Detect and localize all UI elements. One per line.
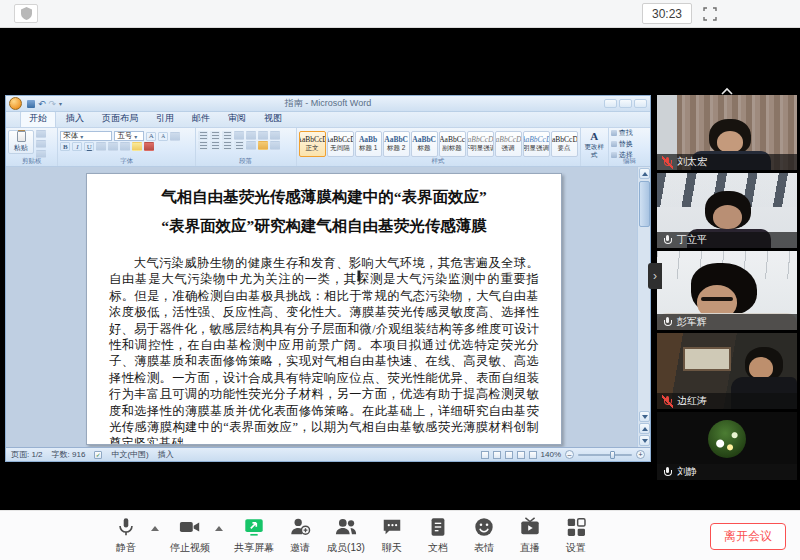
language-indicator[interactable]: 中文(中国) xyxy=(111,449,148,460)
chat-bubble-icon xyxy=(381,516,403,538)
mute-button[interactable]: 静音 xyxy=(103,513,149,559)
editing-group: 查找 替换 选择 编辑 xyxy=(609,128,650,166)
members-button[interactable]: 成员(13) xyxy=(323,513,369,559)
increase-indent-button[interactable] xyxy=(246,131,256,140)
settings-button[interactable]: 设置 xyxy=(553,513,599,559)
zoom-slider[interactable] xyxy=(578,454,632,456)
word-count[interactable]: 字数: 916 xyxy=(52,449,86,460)
scroll-up-button[interactable] xyxy=(639,168,650,179)
style-subtitle[interactable]: AaBbCc副标题 xyxy=(439,131,466,157)
bold-button[interactable]: B xyxy=(60,142,70,151)
web-layout-view-button[interactable] xyxy=(505,451,513,459)
clear-formatting-button[interactable] xyxy=(170,132,180,141)
next-page-button[interactable] xyxy=(639,435,650,446)
style-normal[interactable]: AaBbCcD正文 xyxy=(299,131,326,157)
zoom-level[interactable]: 140% xyxy=(541,450,561,459)
participant-video[interactable]: 边红涛 xyxy=(657,333,797,409)
style-strong[interactable]: AaBbCcDd要点 xyxy=(551,131,578,157)
paste-button[interactable]: 粘贴 xyxy=(8,130,34,154)
scrollbar-thumb[interactable] xyxy=(639,181,650,227)
audio-options-caret[interactable] xyxy=(151,526,159,531)
justify-button[interactable] xyxy=(234,141,244,150)
align-left-button[interactable] xyxy=(198,141,208,150)
tab-insert[interactable]: 插入 xyxy=(58,111,92,127)
strikethrough-button[interactable] xyxy=(96,142,106,151)
meeting-info-button[interactable] xyxy=(14,4,38,23)
page-indicator[interactable]: 页面: 1/2 xyxy=(11,449,43,460)
participant-video[interactable]: 刘太宏 xyxy=(657,95,797,170)
participant-video[interactable]: 刘静 xyxy=(657,412,797,480)
multilevel-list-button[interactable] xyxy=(222,131,232,140)
style-emphasis[interactable]: AaBbCcDd强调 xyxy=(495,131,522,157)
zoom-in-button[interactable]: + xyxy=(636,450,645,459)
font-size-combo[interactable]: 五号 xyxy=(114,131,144,141)
replace-button[interactable]: 替换 xyxy=(611,139,647,149)
line-spacing-button[interactable] xyxy=(246,141,256,150)
scroll-down-button[interactable] xyxy=(639,411,650,422)
maximize-button[interactable] xyxy=(619,99,632,108)
fullscreen-reading-view-button[interactable] xyxy=(493,451,501,459)
decrease-indent-button[interactable] xyxy=(234,131,244,140)
outline-view-button[interactable] xyxy=(517,451,525,459)
style-intense-emphasis[interactable]: AaBbCcD明显强调 xyxy=(523,131,550,157)
find-button[interactable]: 查找 xyxy=(611,128,647,138)
zoom-slider-thumb[interactable] xyxy=(610,451,615,459)
tab-references[interactable]: 引用 xyxy=(148,111,182,127)
copy-button[interactable] xyxy=(36,140,46,148)
superscript-button[interactable] xyxy=(120,142,130,151)
style-title[interactable]: AaBbC标题 xyxy=(411,131,438,157)
tab-page-layout[interactable]: 页面布局 xyxy=(94,111,146,127)
tab-home[interactable]: 开始 xyxy=(20,110,56,127)
video-options-caret[interactable] xyxy=(215,526,223,531)
document-title-line2: “表界面效应”研究构建气相自由基荧光传感薄膜 xyxy=(109,211,539,240)
document-page[interactable]: 气相自由基荧光传感薄膜构建中的“表界面效应” “表界面效应”研究构建气相自由基荧… xyxy=(86,173,562,445)
spellcheck-icon[interactable] xyxy=(94,451,102,459)
italic-button[interactable]: I xyxy=(72,142,82,151)
fullscreen-button[interactable] xyxy=(701,5,718,22)
emoji-button[interactable]: 表情 xyxy=(461,513,507,559)
font-name-combo[interactable]: 宋体 xyxy=(60,131,112,141)
grow-font-button[interactable]: A xyxy=(146,132,156,141)
bullets-button[interactable] xyxy=(198,131,208,140)
highlight-color-button[interactable] xyxy=(132,142,142,151)
style-heading2[interactable]: AaBbC标题 2 xyxy=(383,131,410,157)
numbering-button[interactable] xyxy=(210,131,220,140)
align-center-button[interactable] xyxy=(210,141,220,150)
align-right-button[interactable] xyxy=(222,141,232,150)
share-screen-button[interactable]: 共享屏幕 xyxy=(231,513,277,559)
previous-page-button[interactable] xyxy=(639,423,650,434)
minimize-button[interactable] xyxy=(604,99,617,108)
print-layout-view-button[interactable] xyxy=(481,451,489,459)
participant-video[interactable]: 丁立平 xyxy=(657,173,797,248)
tab-mailings[interactable]: 邮件 xyxy=(184,111,218,127)
style-subtle-emphasis[interactable]: AaBbCcDd不明显强调 xyxy=(467,131,494,157)
shading-button[interactable] xyxy=(258,141,268,150)
tab-view[interactable]: 视图 xyxy=(256,111,290,127)
docs-button[interactable]: 文档 xyxy=(415,513,461,559)
borders-button[interactable] xyxy=(270,141,280,150)
cut-button[interactable] xyxy=(36,130,46,138)
document-canvas[interactable]: 气相自由基荧光传感薄膜构建中的“表界面效应” “表界面效应”研究构建气相自由基荧… xyxy=(6,167,637,447)
invite-button[interactable]: 邀请 xyxy=(277,513,323,559)
show-marks-button[interactable] xyxy=(270,131,280,140)
stop-video-button[interactable]: 停止视频 xyxy=(167,513,213,559)
document-scrollbar[interactable] xyxy=(637,167,650,447)
participant-video[interactable]: 彭军辉 xyxy=(657,251,797,330)
insert-mode-indicator[interactable]: 插入 xyxy=(158,449,174,460)
live-button[interactable]: 直播 xyxy=(507,513,553,559)
change-styles-button[interactable]: A 更改样式 xyxy=(581,128,609,166)
tab-review[interactable]: 审阅 xyxy=(220,111,254,127)
sort-button[interactable] xyxy=(258,131,268,140)
shrink-font-button[interactable]: A xyxy=(158,132,168,141)
leave-meeting-button[interactable]: 离开会议 xyxy=(710,523,786,550)
chat-button[interactable]: 聊天 xyxy=(369,513,415,559)
subscript-button[interactable] xyxy=(108,142,118,151)
font-color-button[interactable] xyxy=(144,142,154,151)
style-heading1[interactable]: AaBb标题 1 xyxy=(355,131,382,157)
underline-button[interactable]: U xyxy=(84,142,94,151)
sidebar-collapse-handle[interactable] xyxy=(648,263,662,289)
close-button[interactable] xyxy=(634,99,647,108)
draft-view-button[interactable] xyxy=(529,451,537,459)
zoom-out-button[interactable]: – xyxy=(565,450,574,459)
style-no-spacing[interactable]: AaBbCcD无间隔 xyxy=(327,131,354,157)
